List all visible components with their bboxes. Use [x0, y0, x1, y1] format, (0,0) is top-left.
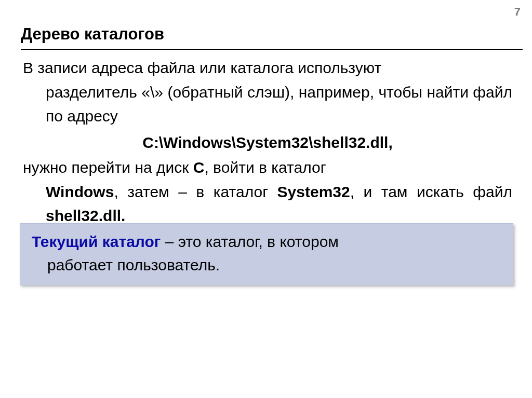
- slide: 7 Дерево каталогов В записи адреса файла…: [0, 0, 532, 398]
- title-underline: [21, 49, 523, 50]
- page-title: Дерево каталогов: [21, 25, 164, 44]
- definition-callout: Текущий каталог – это каталог, в котором…: [20, 223, 513, 285]
- p2-seg-c: , войти в каталог: [204, 159, 326, 176]
- folder-windows: Windows: [46, 183, 114, 200]
- p1-first-line: В записи адреса файла или каталога испол…: [23, 59, 381, 76]
- definition-term: Текущий каталог: [32, 233, 161, 250]
- p2-seg-a: нужно перейти на диск: [23, 159, 193, 176]
- definition-rest-line1: – это каталог, в котором: [161, 233, 339, 250]
- drive-letter: C: [193, 159, 205, 176]
- file-shell32: shell32.dll.: [46, 207, 125, 224]
- paragraph-2: нужно перейти на диск C, войти в каталог…: [23, 156, 512, 228]
- p2-seg-g: , и там искать файл: [350, 183, 512, 200]
- p1-continuation: разделитель «\» (обратный слэш), наприме…: [23, 80, 512, 129]
- paragraph-1: В записи адреса файла или каталога испол…: [23, 56, 512, 129]
- p2-seg-e: , затем – в каталог: [114, 183, 277, 200]
- body-text: В записи адреса файла или каталога испол…: [23, 56, 512, 228]
- definition-line2: работает пользователь.: [32, 253, 501, 277]
- file-path: C:\Windows\System32\shell32.dll,: [23, 131, 512, 155]
- folder-system32: System32: [277, 183, 350, 200]
- page-number: 7: [514, 5, 521, 19]
